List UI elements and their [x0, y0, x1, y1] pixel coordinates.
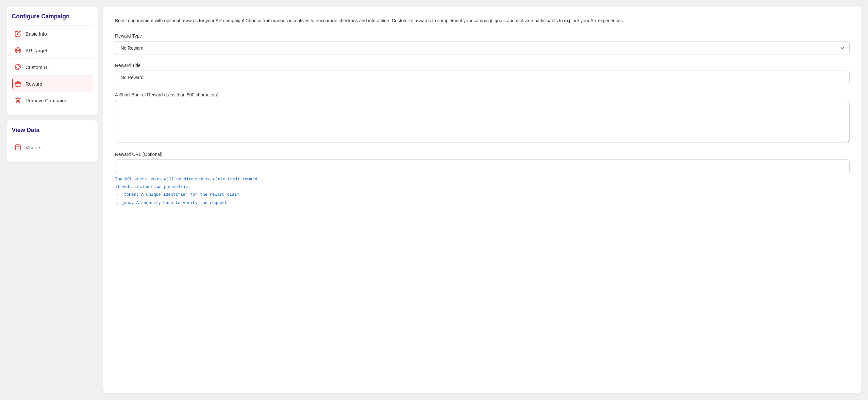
reward-title-label: Reward Title	[115, 63, 850, 68]
sidebar-item-label: Visitors	[26, 145, 41, 150]
svg-point-7	[18, 65, 19, 66]
reward-url-input[interactable]	[115, 159, 850, 173]
database-icon	[14, 144, 22, 151]
sidebar-item-basic-info[interactable]: Basic Info	[12, 26, 93, 42]
hint-line1: The URL where users will be directed to …	[115, 176, 850, 183]
sidebar-item-label: AR Target	[26, 48, 47, 53]
svg-point-1	[16, 49, 20, 52]
description: Boost engagement with optional rewards f…	[115, 17, 850, 24]
svg-point-8	[19, 66, 20, 67]
svg-point-9	[17, 66, 17, 66]
sidebar-item-remove-campaign[interactable]: Remove Campaign	[12, 92, 93, 109]
main-content: Boost engagement with optional rewards f…	[103, 6, 862, 394]
sidebar-item-label: Custom UI	[26, 64, 49, 70]
sidebar-item-reward[interactable]: Reward	[12, 75, 93, 92]
edit-icon	[14, 30, 22, 37]
sidebar: Configure Campaign Basic Info	[6, 6, 98, 394]
reward-url-label: Reward URL (Optional)	[115, 152, 850, 157]
view-data-card: View Data Visitors	[6, 120, 98, 162]
reward-type-select[interactable]: No Reward Discount Code Free Item Points…	[115, 41, 850, 55]
view-data-title: View Data	[12, 127, 93, 134]
sidebar-item-visitors[interactable]: Visitors	[12, 139, 93, 156]
svg-point-13	[16, 145, 21, 146]
reward-title-group: Reward Title	[115, 63, 850, 84]
hint-bullet1: _token: A unique identifier for the rewa…	[122, 191, 850, 199]
reward-title-input[interactable]	[115, 70, 850, 84]
sidebar-item-custom-ui[interactable]: Custom UI	[12, 59, 93, 75]
configure-campaign-card: Configure Campaign Basic Info	[6, 6, 98, 115]
gift-icon	[14, 80, 22, 87]
sidebar-item-label: Remove Campaign	[26, 98, 67, 103]
hint-line2: It will include two parameters:	[115, 183, 850, 191]
reward-url-group: Reward URL (Optional) The URL where user…	[115, 152, 850, 207]
hint-bullet2: _mac: A security hash to verify the requ…	[122, 199, 850, 207]
reward-brief-label: A Short Brief of Reward (Less than 500 c…	[115, 92, 850, 97]
svg-point-2	[17, 50, 18, 51]
configure-campaign-title: Configure Campaign	[12, 13, 93, 20]
svg-point-10	[16, 67, 17, 67]
reward-brief-group: A Short Brief of Reward (Less than 500 c…	[115, 92, 850, 144]
reward-brief-textarea[interactable]	[115, 100, 850, 143]
sidebar-item-label: Basic Info	[26, 31, 47, 37]
url-hint: The URL where users will be directed to …	[115, 176, 850, 207]
sidebar-item-label: Reward	[26, 81, 42, 87]
palette-icon	[14, 63, 22, 70]
reward-type-group: Reward Type No Reward Discount Code Free…	[115, 33, 850, 55]
reward-type-label: Reward Type	[115, 33, 850, 38]
sidebar-item-ar-target[interactable]: AR Target	[12, 42, 93, 59]
trash-icon	[14, 97, 22, 104]
target-icon	[14, 47, 22, 54]
